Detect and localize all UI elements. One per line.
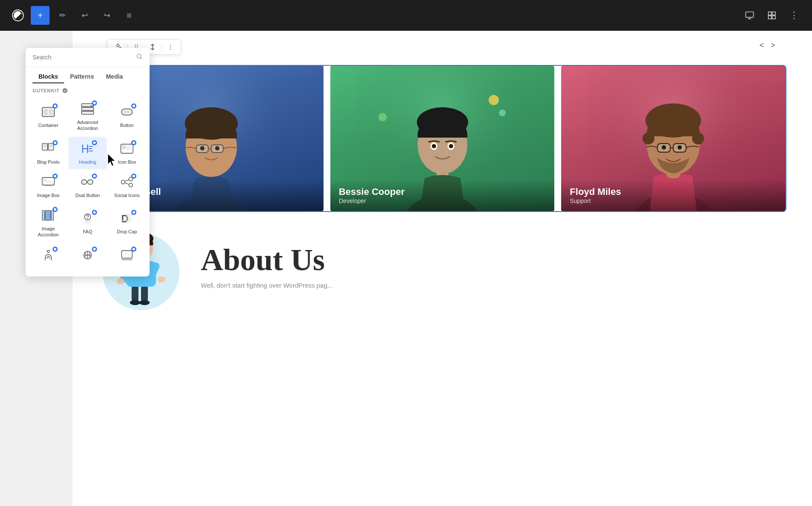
about-section: About Us Well, don't start fighting over… bbox=[98, 225, 786, 327]
svg-point-30 bbox=[44, 179, 46, 181]
block-item-icon-box[interactable]: Icon Box bbox=[108, 137, 146, 169]
svg-point-71 bbox=[215, 146, 219, 150]
svg-rect-32 bbox=[82, 180, 87, 185]
wp-logo[interactable] bbox=[9, 6, 27, 25]
block-item-dual-button[interactable]: Dual Button bbox=[68, 170, 107, 203]
svg-rect-47 bbox=[125, 218, 131, 219]
svg-point-62 bbox=[170, 49, 171, 50]
svg-rect-42 bbox=[84, 221, 91, 222]
prev-slide-button[interactable]: < bbox=[757, 39, 767, 52]
layout-button[interactable] bbox=[762, 6, 781, 25]
redo-button[interactable]: ↪ bbox=[97, 6, 116, 25]
svg-rect-27 bbox=[127, 147, 130, 148]
svg-rect-9 bbox=[43, 109, 48, 115]
add-block-button[interactable]: + bbox=[31, 6, 50, 25]
block-item-social-icons[interactable]: Social Icons bbox=[108, 170, 146, 203]
editor-canvas: < > bbox=[73, 31, 812, 506]
edit-button[interactable]: ✏ bbox=[53, 6, 72, 25]
about-text-area: About Us Well, don't start fighting over… bbox=[201, 244, 786, 291]
tab-blocks[interactable]: Blocks bbox=[32, 71, 64, 83]
svg-point-75 bbox=[378, 113, 387, 121]
block-item-blog-posts[interactable]: Blog Posts bbox=[29, 137, 68, 169]
svg-point-55 bbox=[137, 44, 138, 45]
more-block-options[interactable] bbox=[164, 42, 177, 52]
svg-point-93 bbox=[662, 145, 666, 150]
floyd-info: Floyd Miles Support bbox=[561, 179, 786, 211]
list-icon: ≡ bbox=[127, 11, 132, 21]
block-item-advanced-accordion[interactable]: Advanced Accordion bbox=[68, 97, 107, 136]
block-item-heading[interactable]: Heading bbox=[68, 137, 107, 169]
floyd-name: Floyd Miles bbox=[570, 186, 777, 197]
svg-rect-22 bbox=[49, 148, 53, 149]
svg-point-53 bbox=[117, 44, 119, 47]
svg-rect-45 bbox=[125, 215, 132, 215]
svg-rect-43 bbox=[85, 222, 90, 223]
svg-point-70 bbox=[200, 146, 204, 150]
svg-rect-48 bbox=[121, 221, 132, 221]
block-panel: Blocks Patterns Media GUTENKIT bbox=[26, 48, 150, 277]
svg-point-102 bbox=[158, 277, 165, 282]
toolbar-right: ⋮ bbox=[740, 6, 803, 25]
svg-rect-4 bbox=[768, 16, 771, 19]
team-card-bessie: Bessie Cooper Developer bbox=[330, 66, 555, 211]
svg-point-97 bbox=[130, 300, 140, 305]
block-item-more1[interactable] bbox=[29, 243, 68, 270]
svg-point-82 bbox=[432, 144, 436, 148]
svg-rect-23 bbox=[49, 149, 52, 150]
about-heading: About Us bbox=[201, 244, 786, 275]
svg-rect-2 bbox=[768, 12, 771, 15]
block-item-button[interactable]: Button bbox=[108, 97, 146, 136]
search-input[interactable] bbox=[32, 54, 136, 61]
blocks-grid: Container Advanced Accordion bbox=[26, 95, 150, 271]
svg-rect-19 bbox=[43, 149, 46, 150]
svg-point-54 bbox=[135, 44, 136, 45]
wp-toolbar: + ✏ ↩ ↪ ≡ ⋮ bbox=[0, 0, 812, 31]
more-options-button[interactable]: ⋮ bbox=[785, 6, 803, 25]
team-cards-container: Jerome Bell UI Designer bbox=[98, 65, 786, 212]
svg-point-74 bbox=[499, 109, 506, 116]
main-area: Blocks Patterns Media GUTENKIT bbox=[0, 31, 812, 506]
svg-rect-46 bbox=[125, 217, 130, 218]
about-subtext: Well, don't start fighting over WordPres… bbox=[201, 280, 786, 291]
svg-rect-1 bbox=[746, 12, 753, 18]
svg-point-41 bbox=[87, 218, 88, 219]
block-item-faq[interactable]: FAQ bbox=[68, 203, 107, 242]
block-item-container[interactable]: Container bbox=[29, 97, 68, 136]
plus-icon: + bbox=[38, 11, 43, 21]
desktop-view-button[interactable] bbox=[740, 6, 759, 25]
next-slide-button[interactable]: > bbox=[768, 39, 778, 52]
search-icon bbox=[136, 53, 143, 62]
svg-point-90 bbox=[692, 132, 704, 144]
svg-point-98 bbox=[139, 300, 150, 305]
block-item-drop-cap[interactable]: D Drop Cap bbox=[108, 203, 146, 242]
svg-rect-21 bbox=[49, 144, 53, 147]
list-view-button[interactable]: ≡ bbox=[120, 6, 138, 25]
svg-point-50 bbox=[47, 250, 49, 252]
svg-rect-10 bbox=[49, 109, 53, 115]
block-item-more2[interactable] bbox=[68, 243, 107, 270]
svg-point-61 bbox=[170, 47, 171, 47]
svg-point-89 bbox=[643, 132, 655, 144]
svg-point-103 bbox=[117, 278, 124, 284]
tab-media[interactable]: Media bbox=[100, 71, 129, 83]
svg-rect-95 bbox=[132, 285, 138, 302]
block-item-image-accordion[interactable]: Image Accordion bbox=[29, 203, 68, 242]
svg-point-6 bbox=[137, 54, 141, 58]
svg-rect-37 bbox=[42, 211, 44, 221]
search-bar bbox=[26, 48, 150, 67]
svg-rect-12 bbox=[82, 107, 94, 110]
svg-rect-18 bbox=[43, 148, 47, 149]
floyd-role: Support bbox=[570, 197, 777, 204]
undo-button[interactable]: ↩ bbox=[75, 6, 94, 25]
bessie-info: Bessie Cooper Developer bbox=[330, 179, 555, 211]
toolbar-divider-2 bbox=[162, 43, 162, 51]
svg-rect-26 bbox=[127, 145, 132, 146]
svg-rect-25 bbox=[122, 145, 126, 149]
block-item-more3[interactable] bbox=[108, 243, 146, 270]
svg-point-94 bbox=[678, 145, 682, 150]
block-item-image-box[interactable]: Image Box bbox=[29, 170, 68, 203]
svg-point-36 bbox=[129, 183, 132, 187]
undo-icon: ↩ bbox=[82, 11, 88, 20]
svg-rect-38 bbox=[45, 211, 50, 221]
tab-patterns[interactable]: Patterns bbox=[64, 71, 100, 83]
